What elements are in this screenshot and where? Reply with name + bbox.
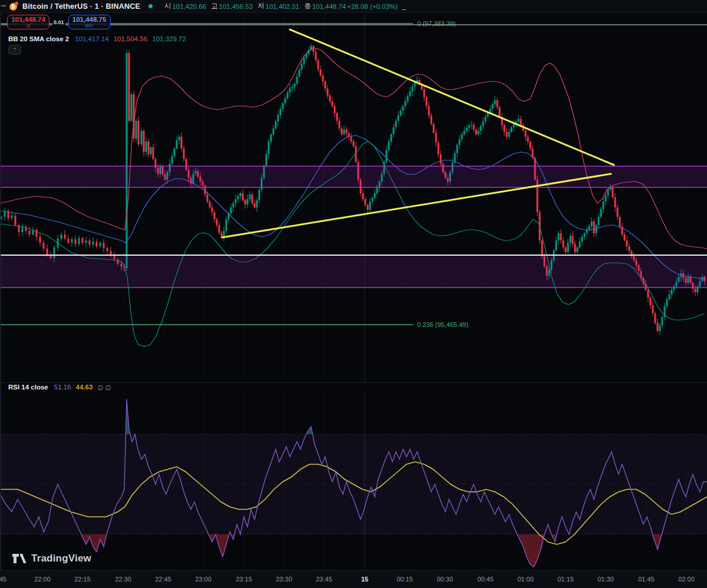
candle-body xyxy=(306,54,308,58)
buy-button[interactable]: 101,448.75 바이 xyxy=(68,15,111,29)
candle-body xyxy=(268,141,270,154)
close-label: 종 xyxy=(304,2,311,11)
candle-body xyxy=(47,249,48,255)
candle-body xyxy=(249,194,251,199)
candle-body xyxy=(254,203,256,207)
symbol-title[interactable]: Bitcoin / TetherUS · 1 · BINANCE xyxy=(22,2,140,11)
candle-body xyxy=(511,127,513,132)
sell-price: 101,448.74 xyxy=(11,16,45,24)
candle-body xyxy=(579,242,581,247)
pane-divider[interactable] xyxy=(0,382,707,383)
candle-body xyxy=(508,132,510,137)
candle-body xyxy=(376,187,378,193)
candle-body xyxy=(146,141,147,152)
high-label: 고 xyxy=(211,2,218,11)
candle-body xyxy=(252,194,253,203)
buy-label: 바이 xyxy=(85,24,94,28)
low-value: 101,402.31 xyxy=(266,3,300,10)
sell-button[interactable]: 101,448.74 셀 xyxy=(7,15,49,29)
candle-body xyxy=(325,81,326,88)
candle-body xyxy=(483,121,484,126)
candle-body xyxy=(657,323,659,331)
candle-body xyxy=(92,242,94,245)
candle-body xyxy=(586,230,588,233)
cursor-dash: _ xyxy=(402,3,406,10)
candle-body xyxy=(567,243,569,252)
price-zone[interactable] xyxy=(0,255,707,288)
candle-body xyxy=(431,115,432,124)
time-axis-tick: 22:45 xyxy=(155,576,171,583)
time-axis-tick: 23:30 xyxy=(276,576,292,583)
candle-body xyxy=(303,58,305,64)
candle-body xyxy=(584,233,586,237)
tradingview-logo-icon xyxy=(12,553,27,564)
candle-body xyxy=(216,219,218,225)
time-axis-tick: 00:30 xyxy=(437,576,453,583)
time-axis-tick: 22:15 xyxy=(74,576,91,583)
candle-body xyxy=(61,234,62,239)
candle-body xyxy=(577,247,579,252)
candle-body xyxy=(409,91,411,96)
candle-body xyxy=(209,201,211,207)
chart-canvas[interactable]: 0 (97,383.39)0.236 (95,465.49) xyxy=(0,0,707,588)
chevron-up-icon: ⌃ xyxy=(12,47,17,53)
candle-body xyxy=(459,139,461,145)
candle-body xyxy=(282,103,284,109)
candle-body xyxy=(334,106,336,113)
candle-body xyxy=(475,130,477,134)
candle-body xyxy=(457,145,458,153)
candle-body xyxy=(11,216,13,218)
candle-body xyxy=(96,242,98,246)
high-value: 101,456.53 xyxy=(219,3,253,10)
time-axis-tick: 45 xyxy=(0,576,6,583)
candle-body xyxy=(530,141,531,148)
rsi-indicator-legend[interactable]: RSI 14 close 51.16 44.63 ∅ ∅ xyxy=(8,384,111,392)
candle-body xyxy=(126,53,128,268)
candle-body xyxy=(75,239,77,244)
candle-body xyxy=(212,207,213,212)
candle-body xyxy=(287,93,289,98)
candle-body xyxy=(315,52,317,60)
candle-body xyxy=(412,87,414,91)
candle-body xyxy=(78,238,80,244)
candle-body xyxy=(612,187,614,197)
candle-body xyxy=(329,95,331,101)
time-axis[interactable]: 4522:0022:1522:3022:4523:0023:1523:3023:… xyxy=(0,570,707,588)
candle-body xyxy=(650,298,652,305)
candle-body xyxy=(593,222,595,233)
price-zone[interactable] xyxy=(0,166,707,187)
candle-body xyxy=(256,200,258,207)
candle-body xyxy=(603,201,604,209)
candle-body xyxy=(107,248,108,251)
window-dash-icon xyxy=(1,5,6,6)
candle-body xyxy=(582,237,583,242)
candle-body xyxy=(659,325,661,331)
candle-body xyxy=(332,101,333,106)
candle-body xyxy=(174,148,176,156)
candle-body xyxy=(487,113,489,117)
candle-body xyxy=(414,82,416,87)
candle-body xyxy=(565,247,567,252)
candle-body xyxy=(468,125,470,128)
spread-value: 0.01 xyxy=(52,19,65,26)
bitcoin-logo-icon: ₿ xyxy=(9,2,18,11)
candle-body xyxy=(141,131,143,144)
candle-body xyxy=(153,147,154,159)
candle-body xyxy=(494,100,496,104)
collapse-legend-button[interactable]: ⌃ xyxy=(8,45,21,55)
candle-body xyxy=(666,299,668,306)
candle-body xyxy=(506,132,508,137)
time-axis-tick: 23:45 xyxy=(316,576,332,583)
time-axis-tick: 22:00 xyxy=(34,576,51,583)
bb-indicator-legend[interactable]: BB 20 SMA close 2 101,417.14 101,504.56 … xyxy=(8,35,186,42)
candle-body xyxy=(504,125,506,132)
candle-body xyxy=(230,207,232,213)
candle-body xyxy=(171,156,173,164)
candle-body xyxy=(219,225,220,233)
candle-body xyxy=(143,131,145,152)
candle-body xyxy=(270,134,272,141)
candle-body xyxy=(626,240,628,246)
candle-body xyxy=(343,130,345,134)
candle-body xyxy=(103,243,105,248)
bb-title: BB 20 SMA close 2 xyxy=(8,35,69,42)
